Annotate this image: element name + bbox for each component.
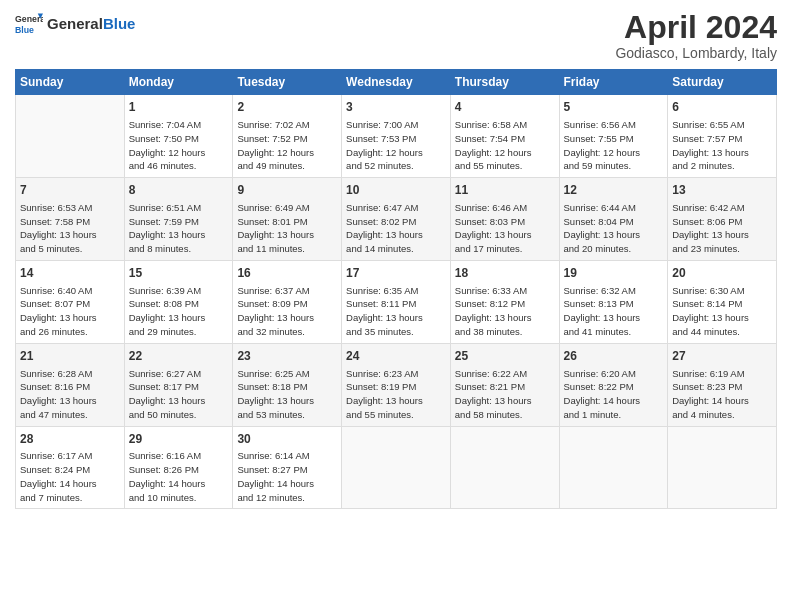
calendar-cell [668, 426, 777, 509]
day-info: Sunrise: 6:56 AM Sunset: 7:55 PM Dayligh… [564, 118, 664, 173]
day-number: 26 [564, 348, 664, 365]
day-number: 13 [672, 182, 772, 199]
calendar-cell: 24Sunrise: 6:23 AM Sunset: 8:19 PM Dayli… [342, 343, 451, 426]
calendar-cell: 6Sunrise: 6:55 AM Sunset: 7:57 PM Daylig… [668, 95, 777, 178]
day-number: 10 [346, 182, 446, 199]
calendar-cell: 9Sunrise: 6:49 AM Sunset: 8:01 PM Daylig… [233, 178, 342, 261]
calendar-cell [450, 426, 559, 509]
day-number: 19 [564, 265, 664, 282]
day-number: 14 [20, 265, 120, 282]
logo-text: GeneralBlue [47, 16, 135, 33]
day-number: 27 [672, 348, 772, 365]
day-number: 2 [237, 99, 337, 116]
day-info: Sunrise: 6:19 AM Sunset: 8:23 PM Dayligh… [672, 367, 772, 422]
day-number: 28 [20, 431, 120, 448]
header: General Blue GeneralBlue April 2024 Godi… [15, 10, 777, 61]
logo-icon: General Blue [15, 10, 43, 38]
day-number: 16 [237, 265, 337, 282]
calendar-cell: 26Sunrise: 6:20 AM Sunset: 8:22 PM Dayli… [559, 343, 668, 426]
day-info: Sunrise: 6:22 AM Sunset: 8:21 PM Dayligh… [455, 367, 555, 422]
calendar-cell: 27Sunrise: 6:19 AM Sunset: 8:23 PM Dayli… [668, 343, 777, 426]
day-number: 30 [237, 431, 337, 448]
calendar-cell: 12Sunrise: 6:44 AM Sunset: 8:04 PM Dayli… [559, 178, 668, 261]
calendar-cell: 22Sunrise: 6:27 AM Sunset: 8:17 PM Dayli… [124, 343, 233, 426]
day-info: Sunrise: 6:47 AM Sunset: 8:02 PM Dayligh… [346, 201, 446, 256]
calendar-cell: 2Sunrise: 7:02 AM Sunset: 7:52 PM Daylig… [233, 95, 342, 178]
title-block: April 2024 Godiasco, Lombardy, Italy [615, 10, 777, 61]
day-info: Sunrise: 6:20 AM Sunset: 8:22 PM Dayligh… [564, 367, 664, 422]
day-number: 3 [346, 99, 446, 116]
calendar-cell: 25Sunrise: 6:22 AM Sunset: 8:21 PM Dayli… [450, 343, 559, 426]
logo: General Blue GeneralBlue [15, 10, 135, 38]
calendar-cell: 21Sunrise: 6:28 AM Sunset: 8:16 PM Dayli… [16, 343, 125, 426]
day-number: 6 [672, 99, 772, 116]
day-number: 4 [455, 99, 555, 116]
day-number: 21 [20, 348, 120, 365]
svg-text:General: General [15, 14, 43, 24]
month-title: April 2024 [615, 10, 777, 45]
day-number: 11 [455, 182, 555, 199]
calendar-cell: 13Sunrise: 6:42 AM Sunset: 8:06 PM Dayli… [668, 178, 777, 261]
day-info: Sunrise: 6:55 AM Sunset: 7:57 PM Dayligh… [672, 118, 772, 173]
calendar-week-row: 21Sunrise: 6:28 AM Sunset: 8:16 PM Dayli… [16, 343, 777, 426]
day-info: Sunrise: 6:27 AM Sunset: 8:17 PM Dayligh… [129, 367, 229, 422]
day-number: 8 [129, 182, 229, 199]
day-info: Sunrise: 7:04 AM Sunset: 7:50 PM Dayligh… [129, 118, 229, 173]
calendar-cell: 4Sunrise: 6:58 AM Sunset: 7:54 PM Daylig… [450, 95, 559, 178]
day-info: Sunrise: 6:17 AM Sunset: 8:24 PM Dayligh… [20, 449, 120, 504]
day-info: Sunrise: 6:16 AM Sunset: 8:26 PM Dayligh… [129, 449, 229, 504]
calendar-cell: 16Sunrise: 6:37 AM Sunset: 8:09 PM Dayli… [233, 260, 342, 343]
col-monday: Monday [124, 70, 233, 95]
col-thursday: Thursday [450, 70, 559, 95]
day-info: Sunrise: 6:28 AM Sunset: 8:16 PM Dayligh… [20, 367, 120, 422]
col-saturday: Saturday [668, 70, 777, 95]
calendar-cell [559, 426, 668, 509]
day-number: 17 [346, 265, 446, 282]
day-number: 15 [129, 265, 229, 282]
calendar-cell: 28Sunrise: 6:17 AM Sunset: 8:24 PM Dayli… [16, 426, 125, 509]
day-info: Sunrise: 6:51 AM Sunset: 7:59 PM Dayligh… [129, 201, 229, 256]
day-info: Sunrise: 6:33 AM Sunset: 8:12 PM Dayligh… [455, 284, 555, 339]
day-number: 1 [129, 99, 229, 116]
day-info: Sunrise: 6:44 AM Sunset: 8:04 PM Dayligh… [564, 201, 664, 256]
calendar-cell: 29Sunrise: 6:16 AM Sunset: 8:26 PM Dayli… [124, 426, 233, 509]
calendar-cell: 5Sunrise: 6:56 AM Sunset: 7:55 PM Daylig… [559, 95, 668, 178]
calendar-header-row: Sunday Monday Tuesday Wednesday Thursday… [16, 70, 777, 95]
calendar-cell: 3Sunrise: 7:00 AM Sunset: 7:53 PM Daylig… [342, 95, 451, 178]
calendar-cell: 18Sunrise: 6:33 AM Sunset: 8:12 PM Dayli… [450, 260, 559, 343]
svg-text:Blue: Blue [15, 25, 34, 35]
col-friday: Friday [559, 70, 668, 95]
day-number: 25 [455, 348, 555, 365]
day-info: Sunrise: 6:42 AM Sunset: 8:06 PM Dayligh… [672, 201, 772, 256]
calendar-cell: 17Sunrise: 6:35 AM Sunset: 8:11 PM Dayli… [342, 260, 451, 343]
day-info: Sunrise: 6:14 AM Sunset: 8:27 PM Dayligh… [237, 449, 337, 504]
calendar-cell: 11Sunrise: 6:46 AM Sunset: 8:03 PM Dayli… [450, 178, 559, 261]
day-number: 22 [129, 348, 229, 365]
calendar-cell: 30Sunrise: 6:14 AM Sunset: 8:27 PM Dayli… [233, 426, 342, 509]
day-number: 12 [564, 182, 664, 199]
day-info: Sunrise: 6:46 AM Sunset: 8:03 PM Dayligh… [455, 201, 555, 256]
day-number: 20 [672, 265, 772, 282]
calendar-cell [342, 426, 451, 509]
calendar-cell: 23Sunrise: 6:25 AM Sunset: 8:18 PM Dayli… [233, 343, 342, 426]
calendar-week-row: 1Sunrise: 7:04 AM Sunset: 7:50 PM Daylig… [16, 95, 777, 178]
calendar-body: 1Sunrise: 7:04 AM Sunset: 7:50 PM Daylig… [16, 95, 777, 509]
calendar-cell: 19Sunrise: 6:32 AM Sunset: 8:13 PM Dayli… [559, 260, 668, 343]
day-number: 18 [455, 265, 555, 282]
day-info: Sunrise: 6:35 AM Sunset: 8:11 PM Dayligh… [346, 284, 446, 339]
calendar-cell: 8Sunrise: 6:51 AM Sunset: 7:59 PM Daylig… [124, 178, 233, 261]
day-info: Sunrise: 6:49 AM Sunset: 8:01 PM Dayligh… [237, 201, 337, 256]
calendar-cell [16, 95, 125, 178]
calendar-cell: 7Sunrise: 6:53 AM Sunset: 7:58 PM Daylig… [16, 178, 125, 261]
calendar-cell: 10Sunrise: 6:47 AM Sunset: 8:02 PM Dayli… [342, 178, 451, 261]
day-info: Sunrise: 6:23 AM Sunset: 8:19 PM Dayligh… [346, 367, 446, 422]
day-info: Sunrise: 6:30 AM Sunset: 8:14 PM Dayligh… [672, 284, 772, 339]
col-sunday: Sunday [16, 70, 125, 95]
calendar-week-row: 28Sunrise: 6:17 AM Sunset: 8:24 PM Dayli… [16, 426, 777, 509]
day-info: Sunrise: 7:00 AM Sunset: 7:53 PM Dayligh… [346, 118, 446, 173]
col-tuesday: Tuesday [233, 70, 342, 95]
day-number: 29 [129, 431, 229, 448]
day-info: Sunrise: 6:53 AM Sunset: 7:58 PM Dayligh… [20, 201, 120, 256]
day-info: Sunrise: 6:40 AM Sunset: 8:07 PM Dayligh… [20, 284, 120, 339]
calendar-cell: 20Sunrise: 6:30 AM Sunset: 8:14 PM Dayli… [668, 260, 777, 343]
